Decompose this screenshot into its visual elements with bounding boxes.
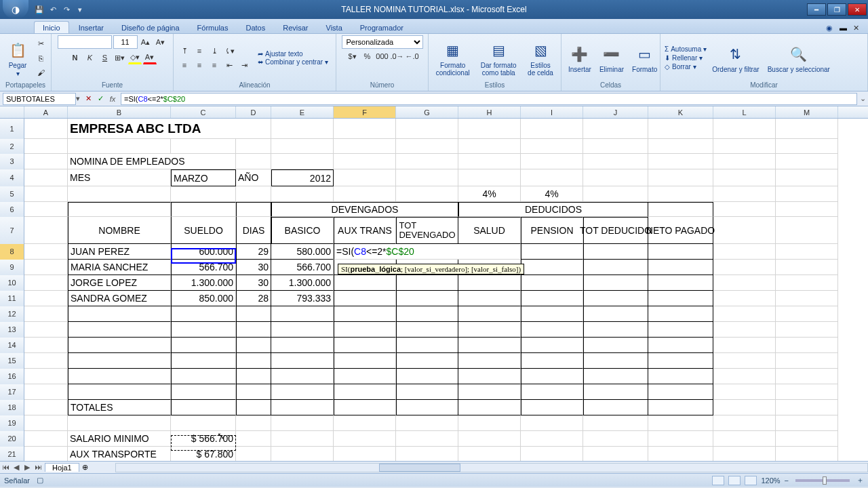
cell[interactable]: [776, 306, 838, 322]
cell[interactable]: [521, 431, 583, 447]
cell[interactable]: EMPRESA ABC LTDA: [68, 119, 271, 139]
close-button[interactable]: ✕: [848, 3, 867, 16]
tab-inicio[interactable]: Inicio: [34, 21, 69, 33]
cell[interactable]: [776, 338, 838, 353]
cell[interactable]: TOTDEVENGADO: [396, 217, 458, 244]
increase-decimal-icon[interactable]: .0→: [391, 49, 404, 63]
cell[interactable]: [776, 119, 838, 139]
cell[interactable]: [776, 291, 838, 306]
row-header[interactable]: 8: [0, 244, 24, 260]
cell[interactable]: [271, 306, 334, 322]
row-header[interactable]: 10: [0, 275, 24, 291]
cell[interactable]: [521, 139, 583, 154]
cell[interactable]: [271, 447, 334, 461]
format-as-table-button[interactable]: ▤Dar formato como tabla: [475, 38, 521, 78]
cell[interactable]: [24, 260, 68, 275]
cell[interactable]: [713, 384, 776, 400]
cell[interactable]: [648, 139, 713, 154]
row-header[interactable]: 21: [0, 447, 24, 461]
col-F[interactable]: F: [334, 106, 396, 118]
cell[interactable]: [24, 431, 68, 447]
cell[interactable]: [583, 415, 648, 431]
cell[interactable]: [583, 338, 648, 353]
cell[interactable]: 600.000: [171, 244, 236, 260]
cell[interactable]: [583, 169, 648, 186]
cell[interactable]: [171, 322, 236, 338]
row-header[interactable]: 20: [0, 431, 24, 447]
cell[interactable]: [713, 186, 776, 202]
italic-button[interactable]: K: [83, 51, 97, 64]
cell[interactable]: [68, 202, 171, 217]
cell[interactable]: [458, 169, 521, 186]
cell[interactable]: [648, 202, 713, 217]
cell[interactable]: TOT DEDUCIDO: [583, 217, 648, 244]
cell[interactable]: [334, 400, 396, 415]
merge-center-button[interactable]: ⬌Combinar y centrar▾: [258, 58, 328, 66]
cell[interactable]: [458, 400, 521, 415]
cell[interactable]: NOMINA DE EMPLEADOS: [68, 154, 236, 169]
cell[interactable]: [648, 369, 713, 384]
cell[interactable]: 4%: [521, 186, 583, 202]
zoom-in-icon[interactable]: ＋: [856, 475, 864, 485]
cell[interactable]: AUX TRANSPORTE: [68, 447, 171, 461]
next-sheet-icon[interactable]: ▶: [22, 463, 33, 472]
cell[interactable]: [24, 384, 68, 400]
col-K[interactable]: K: [648, 106, 713, 118]
cell[interactable]: [24, 154, 68, 169]
insert-cells-button[interactable]: ➕Insertar: [566, 42, 594, 75]
cell[interactable]: [776, 202, 838, 217]
prev-sheet-icon[interactable]: ◀: [11, 463, 22, 472]
cell[interactable]: SANDRA GOMEZ: [68, 291, 171, 306]
cell[interactable]: [776, 169, 838, 186]
cell[interactable]: [396, 169, 458, 186]
cell[interactable]: DIAS: [236, 217, 271, 244]
cell[interactable]: [583, 119, 648, 139]
cell[interactable]: [334, 415, 396, 431]
percent-icon[interactable]: %: [361, 49, 374, 63]
cell[interactable]: [171, 353, 236, 369]
cell[interactable]: MES: [68, 169, 171, 186]
cell[interactable]: [24, 291, 68, 306]
row-header[interactable]: 7: [0, 217, 24, 244]
cell[interactable]: [648, 384, 713, 400]
cell[interactable]: AÑO: [236, 169, 271, 186]
cell[interactable]: [24, 119, 68, 139]
cell[interactable]: [713, 139, 776, 154]
cell[interactable]: TOTALES: [68, 400, 171, 415]
cell[interactable]: [583, 186, 648, 202]
cell[interactable]: BASICO: [271, 217, 334, 244]
cell[interactable]: [24, 306, 68, 322]
cell[interactable]: [648, 447, 713, 461]
save-icon[interactable]: 💾: [34, 4, 45, 15]
fill-button[interactable]: ⬇ Rellenar ▾: [665, 54, 707, 62]
cell[interactable]: 1.300.000: [271, 275, 334, 291]
cell[interactable]: [583, 400, 648, 415]
currency-icon[interactable]: $▾: [346, 49, 359, 63]
col-L[interactable]: L: [713, 106, 776, 118]
cell[interactable]: [68, 369, 171, 384]
expand-formula-bar-icon[interactable]: ⌄: [857, 94, 868, 103]
cell[interactable]: $ 67.800: [171, 447, 236, 461]
tab-datos[interactable]: Datos: [237, 22, 273, 33]
cell[interactable]: 566.700: [271, 260, 334, 275]
cell[interactable]: [334, 447, 396, 461]
cell[interactable]: [271, 353, 334, 369]
align-middle-icon[interactable]: ≡: [193, 44, 206, 58]
cell[interactable]: [776, 447, 838, 461]
tab-vista[interactable]: Vista: [318, 22, 351, 33]
cell[interactable]: [648, 169, 713, 186]
cell[interactable]: [236, 139, 271, 154]
cell[interactable]: 580.000: [271, 244, 334, 260]
cell[interactable]: [171, 139, 236, 154]
cell[interactable]: [334, 119, 396, 139]
cell[interactable]: [396, 338, 458, 353]
cell[interactable]: [713, 306, 776, 322]
cell[interactable]: [521, 275, 583, 291]
worksheet-grid[interactable]: A B C D E F G H I J K L M 1EMPRESA ABC L…: [0, 106, 868, 461]
cell[interactable]: [713, 202, 776, 217]
cell[interactable]: [521, 169, 583, 186]
wrap-text-button[interactable]: ➦Ajustar texto: [258, 50, 328, 58]
cell[interactable]: [458, 322, 521, 338]
cell[interactable]: [458, 353, 521, 369]
undo-icon[interactable]: ↶: [47, 4, 58, 15]
